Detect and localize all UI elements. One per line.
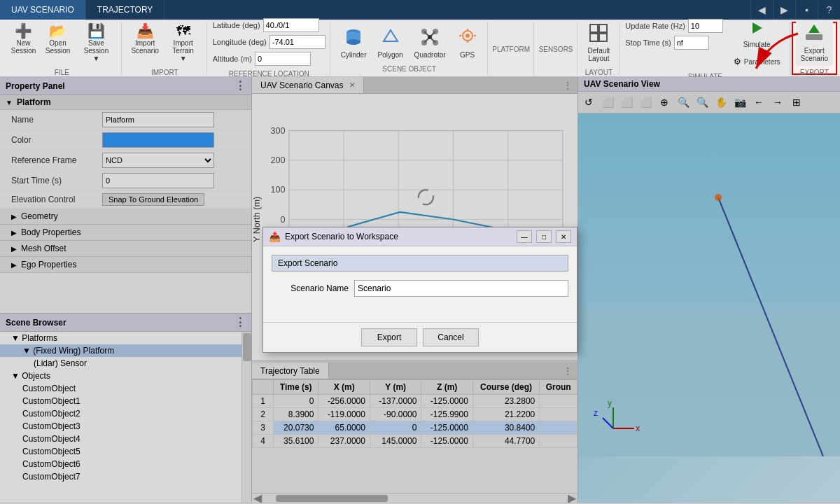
toolbar-group-layout: DefaultLayout LAYOUT	[579, 22, 620, 75]
svg-marker-3	[384, 30, 398, 41]
dialog-content: Export Scenario Scenario Name	[263, 246, 577, 311]
simulate-label: Simulate	[743, 41, 771, 48]
sceneobj-group-label: SCENE OBJECT	[382, 65, 436, 73]
cylinder-icon	[344, 27, 363, 50]
scenario-name-row: Scenario Name	[272, 280, 568, 297]
svg-rect-20	[599, 34, 607, 41]
export-dialog: 📤 Export Scenario to Workspace — □ ✕ Exp…	[262, 227, 578, 353]
update-rate-row: Update Rate (Hz)	[625, 19, 723, 33]
polygon-icon	[381, 27, 400, 50]
quadrotor-icon	[420, 27, 440, 50]
quadrotor-label: Quadrotor	[414, 51, 446, 59]
svg-point-2	[346, 39, 360, 45]
svg-rect-17	[590, 24, 598, 32]
export-group-label: EXPORT	[800, 69, 829, 76]
new-session-button[interactable]: ➕ NewSession	[7, 20, 40, 66]
gps-label: GPS	[460, 51, 475, 59]
stop-time-row: Stop Time (s)	[625, 36, 723, 50]
toolbar-group-file: ➕ NewSession 📂 OpenSession 💾 SaveSession…	[3, 22, 122, 75]
tab-uav-scenario[interactable]: UAV SCENARIO	[0, 0, 86, 20]
import-terrain-icon: 🗺	[176, 24, 190, 38]
import-scenario-button[interactable]: 📥 ImportScenario	[127, 20, 163, 66]
default-layout-button[interactable]: DefaultLayout	[583, 20, 615, 66]
update-rate-label: Update Rate (Hz)	[625, 22, 685, 30]
tab-trajectory[interactable]: TRAJECTORY	[86, 0, 165, 20]
new-session-icon: ➕	[15, 24, 32, 38]
toolbar-group-export: ExportScenario EXPORT	[792, 22, 837, 75]
default-layout-label: DefaultLayout	[588, 47, 610, 62]
toolbar: ➕ NewSession 📂 OpenSession 💾 SaveSession…	[0, 20, 840, 77]
export-button[interactable]: Export	[361, 328, 417, 346]
scenario-name-label: Scenario Name	[272, 284, 349, 293]
import-scenario-icon: 📥	[136, 24, 154, 38]
polygon-label: Polygon	[377, 51, 402, 59]
altitude-input[interactable]	[255, 52, 311, 66]
parameters-icon: ⚙	[734, 57, 741, 66]
update-rate-input[interactable]	[688, 19, 723, 33]
longitude-input[interactable]	[270, 35, 326, 49]
toolbar-group-import: 📥 ImportScenario 🗺 ImportTerrain ▼ IMPOR…	[123, 22, 207, 75]
export-scenario-icon	[804, 23, 824, 46]
svg-marker-23	[808, 24, 820, 33]
dialog-buttons: Export Cancel	[263, 322, 577, 352]
cylinder-label: Cylinder	[341, 51, 367, 59]
toolbar-group-refloc: Latitude (deg) Longitude (deg) Altitude …	[209, 22, 330, 75]
parameters-label: Parameters	[744, 58, 780, 66]
gps-icon	[458, 27, 477, 50]
simulate-icon	[748, 20, 765, 39]
svg-marker-21	[752, 22, 762, 34]
dialog-close-btn[interactable]: ✕	[556, 230, 571, 243]
new-session-label: NewSession	[11, 39, 36, 55]
open-session-label: OpenSession	[46, 39, 71, 55]
open-session-button[interactable]: 📂 OpenSession	[41, 20, 74, 66]
toolbar-group-simulate: Update Rate (Hz) Stop Time (s) Simulate	[621, 22, 790, 75]
layout-group-label: LAYOUT	[585, 69, 612, 76]
help-btn[interactable]: ?	[818, 0, 840, 20]
cancel-button[interactable]: Cancel	[423, 328, 479, 346]
open-session-icon: 📂	[49, 24, 66, 38]
svg-rect-18	[599, 24, 607, 32]
dialog-minimize-btn[interactable]: —	[517, 230, 532, 243]
import-scenario-label: ImportScenario	[131, 39, 158, 55]
svg-point-12	[465, 34, 470, 38]
latitude-label: Latitude (deg)	[213, 21, 260, 29]
dialog-overlay: 📤 Export Scenario to Workspace — □ ✕ Exp…	[0, 77, 840, 503]
save-session-button[interactable]: 💾 SaveSession ▼	[76, 20, 117, 66]
svg-rect-22	[806, 34, 822, 40]
svg-rect-19	[590, 34, 598, 41]
parameters-button[interactable]: ⚙ Parameters	[729, 53, 785, 70]
longitude-row: Longitude (deg)	[213, 35, 326, 49]
altitude-label: Altitude (m)	[213, 55, 252, 63]
sensors-group-label: SENSORS	[539, 46, 573, 53]
dialog-maximize-btn[interactable]: □	[536, 230, 552, 243]
dialog-title-text: Export Scenario to Workspace	[285, 232, 512, 241]
polygon-button[interactable]: Polygon	[372, 24, 407, 62]
scenario-name-input[interactable]	[354, 280, 568, 297]
longitude-label: Longitude (deg)	[213, 38, 267, 46]
svg-point-10	[428, 35, 432, 39]
simulate-button[interactable]: Simulate	[729, 16, 785, 52]
dialog-section-label: Export Scenario	[272, 255, 568, 272]
layout-btn[interactable]: ▪	[795, 0, 818, 20]
quadrotor-button[interactable]: Quadrotor	[410, 24, 451, 62]
save-session-label: SaveSession ▼	[80, 39, 112, 62]
import-group-label: IMPORT	[151, 69, 178, 76]
dialog-titlebar: 📤 Export Scenario to Workspace — □ ✕	[263, 227, 577, 246]
stop-time-input[interactable]	[674, 36, 709, 50]
platform-group-label: PLATFORM	[492, 46, 530, 53]
import-terrain-label: ImportTerrain ▼	[169, 39, 197, 62]
export-scenario-button[interactable]: ExportScenario	[796, 20, 833, 66]
export-scenario-label: ExportScenario	[801, 47, 828, 62]
stop-time-label: Stop Time (s)	[625, 38, 671, 47]
toolbar-group-platform: PLATFORM	[489, 22, 534, 75]
altitude-row: Altitude (m)	[213, 52, 326, 66]
save-session-icon: 💾	[88, 24, 105, 38]
dialog-title-icon: 📤	[269, 231, 281, 242]
gps-button[interactable]: GPS	[452, 24, 483, 62]
latitude-input[interactable]	[263, 18, 319, 32]
cylinder-button[interactable]: Cylinder	[336, 24, 372, 62]
toolbar-group-sensors: SENSORS	[536, 22, 578, 75]
default-layout-icon	[589, 23, 608, 46]
toolbar-group-sceneobj: Cylinder Polygon	[332, 22, 488, 75]
import-terrain-button[interactable]: 🗺 ImportTerrain ▼	[164, 20, 202, 66]
